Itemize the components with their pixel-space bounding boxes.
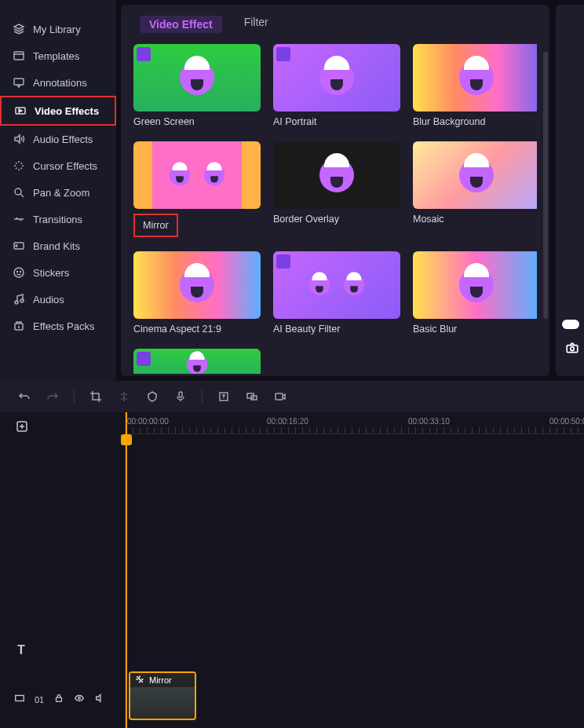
effect-label: Blur Background xyxy=(413,116,537,127)
effect-label: Mirror xyxy=(133,214,178,237)
effect-mosaic[interactable]: Mosaic xyxy=(413,141,537,237)
svg-point-8 xyxy=(20,272,21,273)
sidebar-label: Templates xyxy=(33,50,79,62)
svg-point-5 xyxy=(16,245,17,247)
undo-button[interactable] xyxy=(17,390,31,404)
svg-rect-20 xyxy=(16,696,24,701)
premium-badge-icon xyxy=(137,47,151,61)
crop-button[interactable] xyxy=(89,390,103,404)
effects-panel: Video Effect Filter Green Screen AI Port… xyxy=(121,5,549,376)
lock-button[interactable] xyxy=(53,693,64,706)
visibility-button[interactable] xyxy=(74,693,85,706)
tab-video-effect[interactable]: Video Effect xyxy=(140,16,222,33)
camera-icon[interactable] xyxy=(565,341,579,357)
sidebar-label: Brand Kits xyxy=(33,240,80,252)
ruler-time: 00:00:33:10 xyxy=(408,417,450,426)
effect-label: AI Beauty Filter xyxy=(273,324,400,335)
redo-button[interactable] xyxy=(46,390,60,404)
sidebar-label: Video Effects xyxy=(35,105,99,117)
svg-rect-14 xyxy=(179,392,182,397)
svg-point-6 xyxy=(14,268,24,277)
sidebar-item-pan-zoom[interactable]: Pan & Zoom xyxy=(0,179,116,206)
sidebar-item-audio-effects[interactable]: Audio Effects xyxy=(0,126,116,152)
text-track-icon[interactable]: T xyxy=(17,643,25,657)
effect-label: Green Screen xyxy=(133,116,261,127)
svg-rect-18 xyxy=(276,393,283,400)
sidebar-item-video-effects[interactable]: Video Effects xyxy=(0,96,116,126)
clip-label: Mirror xyxy=(149,675,172,685)
svg-point-7 xyxy=(17,272,18,273)
sticker-icon xyxy=(13,266,25,279)
ruler-time: 00:00:16:20 xyxy=(267,417,308,426)
tab-filter[interactable]: Filter xyxy=(244,16,268,33)
effect-mirror[interactable]: Mirror xyxy=(133,141,261,237)
annotation-icon xyxy=(13,76,25,89)
svg-point-9 xyxy=(15,301,18,304)
sidebar-label: Transitions xyxy=(33,214,82,225)
sidebar-item-brand-kits[interactable]: Brand Kits xyxy=(0,232,116,259)
track-type-icon xyxy=(14,693,25,706)
svg-point-22 xyxy=(78,697,81,700)
voiceover-button[interactable] xyxy=(173,390,188,404)
timeline-clip[interactable]: Mirror xyxy=(129,671,196,720)
sidebar-item-stickers[interactable]: Stickers xyxy=(0,259,116,286)
premium-badge-icon xyxy=(137,352,151,366)
tabs: Video Effect Filter xyxy=(133,13,537,44)
effect-partial[interactable] xyxy=(133,349,261,374)
audio-effect-icon xyxy=(13,133,25,145)
effect-basic-blur[interactable]: Basic Blur xyxy=(413,251,537,335)
premium-badge-icon xyxy=(276,254,290,269)
effect-ai-beauty[interactable]: AI Beauty Filter xyxy=(273,251,400,335)
add-track-button[interactable] xyxy=(16,420,28,435)
video-effect-icon xyxy=(14,104,27,117)
sidebar-label: Annotations xyxy=(33,77,87,89)
sidebar-item-effects-packs[interactable]: Effects Packs xyxy=(0,313,116,339)
sidebar-item-transitions[interactable]: Transitions xyxy=(0,206,116,232)
preview-toggle[interactable] xyxy=(562,320,579,329)
timeline-tracks[interactable]: 00:00:00:00 00:00:16:20 00:00:33:10 00:0… xyxy=(126,412,584,728)
effect-label: Basic Blur xyxy=(413,324,537,335)
pack-icon xyxy=(13,320,25,332)
ruler-ticks xyxy=(126,427,584,434)
sidebar-label: Stickers xyxy=(33,267,69,279)
sidebar-label: Audios xyxy=(33,294,64,305)
sidebar-label: Audio Effects xyxy=(33,134,93,145)
text-button[interactable] xyxy=(217,390,231,404)
effect-blur-background[interactable]: Blur Background xyxy=(413,44,537,127)
sidebar: My Library Templates Annotations Video E… xyxy=(0,0,116,381)
effect-green-screen[interactable]: Green Screen xyxy=(133,44,261,127)
clip-effect-icon xyxy=(135,675,144,686)
sidebar-item-templates[interactable]: Templates xyxy=(0,42,116,69)
timeline-toolbar xyxy=(0,381,584,412)
track-count: 01 xyxy=(35,695,44,704)
separator xyxy=(202,390,203,404)
ruler-time: 00:00:50:00 xyxy=(549,417,584,426)
sidebar-item-my-library[interactable]: My Library xyxy=(0,16,116,42)
scrollbar[interactable] xyxy=(543,52,548,319)
sidebar-item-cursor-effects[interactable]: Cursor Effects xyxy=(0,152,116,179)
sidebar-label: Effects Packs xyxy=(33,320,95,332)
cursor-icon xyxy=(13,159,25,172)
timeline-ruler[interactable]: 00:00:00:00 00:00:16:20 00:00:33:10 00:0… xyxy=(126,412,584,434)
sidebar-label: Cursor Effects xyxy=(33,160,97,172)
transition-icon xyxy=(13,213,25,225)
music-icon xyxy=(13,293,25,305)
svg-point-10 xyxy=(20,299,24,302)
effect-ai-portrait[interactable]: AI Portrait xyxy=(273,44,400,127)
svg-rect-12 xyxy=(567,346,578,353)
timeline: T 01 00:00:00:00 00:00:16:20 00:00:33:10… xyxy=(0,412,584,728)
sidebar-item-annotations[interactable]: Annotations xyxy=(0,69,116,96)
record-button[interactable] xyxy=(273,390,287,404)
effect-label: Border Overlay xyxy=(273,214,400,225)
effect-cinema-aspect[interactable]: Cinema Aspect 21:9 xyxy=(133,251,261,335)
sidebar-label: Pan & Zoom xyxy=(33,187,89,199)
caption-button[interactable] xyxy=(245,390,259,404)
template-icon xyxy=(13,49,25,62)
mute-button[interactable] xyxy=(94,693,105,706)
marker-button[interactable] xyxy=(145,390,159,404)
split-button[interactable] xyxy=(117,390,131,404)
effect-border-overlay[interactable]: Border Overlay xyxy=(273,141,400,237)
playhead[interactable] xyxy=(126,412,127,728)
svg-rect-21 xyxy=(57,697,62,701)
sidebar-item-audios[interactable]: Audios xyxy=(0,286,116,313)
